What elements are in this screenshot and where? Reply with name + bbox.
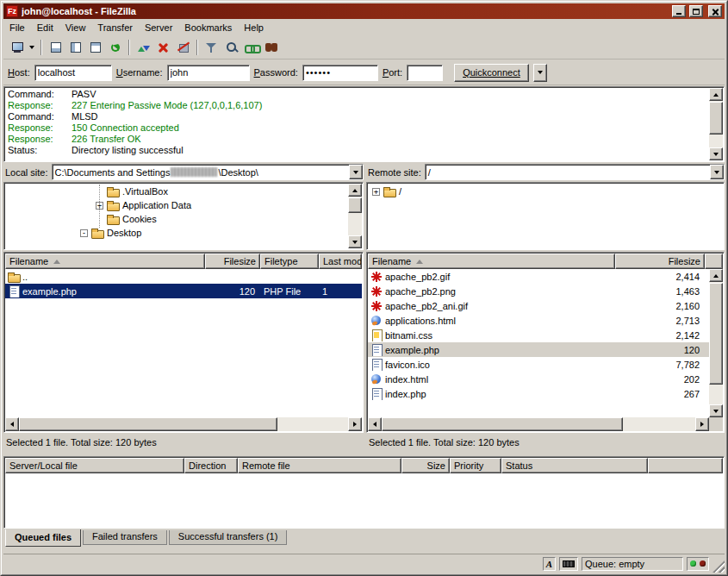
scroll-thumb[interactable]	[709, 283, 723, 385]
column-server-local-file[interactable]: Server/Local file	[5, 458, 184, 473]
tree-item-desktop[interactable]: - Desktop	[4, 226, 363, 240]
file-row[interactable]: example.php 120 PHP File 1	[5, 284, 362, 298]
scroll-left-button[interactable]	[5, 417, 19, 431]
file-row[interactable]: favicon.ico 7,782	[368, 357, 709, 372]
tab-queued-files[interactable]: Queued files	[5, 529, 81, 547]
scroll-left-button[interactable]	[368, 417, 382, 431]
toggle-message-log-button[interactable]	[46, 38, 65, 57]
file-row[interactable]: apache_pb2_ani.gif 2,160	[368, 298, 709, 313]
css-file-icon	[370, 329, 383, 341]
scroll-up-button[interactable]	[709, 269, 723, 282]
find-files-icon	[264, 41, 278, 54]
local-site-combobox[interactable]: C:\Documents and Settings\Desktop\	[52, 164, 364, 180]
quickconnect-button[interactable]: Quickconnect	[454, 64, 529, 82]
activity-led-red	[700, 560, 706, 567]
scroll-thumb[interactable]	[19, 417, 277, 431]
port-input[interactable]	[407, 65, 443, 81]
process-queue-icon	[137, 41, 151, 54]
chevron-down-icon	[538, 71, 543, 74]
quickconnect-dropdown[interactable]	[533, 64, 547, 82]
process-queue-button[interactable]	[134, 38, 153, 57]
column-filesize[interactable]: Filesize	[205, 254, 260, 269]
local-list-body: .. example.php 120 PHP File 1	[5, 269, 362, 417]
password-input[interactable]	[302, 65, 378, 81]
column-direction[interactable]: Direction	[184, 458, 238, 473]
local-directory-tree: .VirtualBox + Application Data Cookies -…	[3, 182, 364, 250]
maximize-button[interactable]	[689, 5, 703, 17]
message-log-lines: Command:PASV Response:227 Entering Passi…	[5, 89, 708, 156]
column-status[interactable]: Status	[501, 458, 648, 473]
scroll-thumb[interactable]	[382, 417, 623, 431]
synchronized-browsing-button[interactable]	[241, 38, 261, 57]
tree-item-cookies[interactable]: Cookies	[4, 212, 363, 226]
column-remote-file[interactable]: Remote file	[238, 458, 401, 473]
scroll-down-button[interactable]	[709, 147, 723, 160]
title-bar[interactable]: Fz john@localhost - FileZilla	[3, 3, 725, 19]
file-row[interactable]: index.html 202	[368, 372, 709, 386]
tab-successful-transfers[interactable]: Successful transfers (1)	[169, 530, 288, 545]
site-manager-button[interactable]	[7, 38, 27, 57]
menu-view[interactable]: View	[59, 21, 92, 34]
log-scrollbar[interactable]	[709, 88, 723, 160]
disconnect-button[interactable]	[173, 38, 193, 57]
remote-list-hscrollbar[interactable]	[368, 417, 709, 431]
find-files-button[interactable]	[261, 38, 281, 57]
toggle-transfer-queue-button[interactable]	[85, 38, 105, 57]
host-input[interactable]	[34, 65, 112, 81]
cancel-operation-button[interactable]	[153, 38, 173, 57]
file-row[interactable]: index.php 267	[368, 386, 709, 401]
refresh-button[interactable]	[105, 38, 125, 57]
close-button[interactable]	[708, 5, 722, 17]
local-site-dropdown[interactable]	[349, 165, 363, 179]
host-label: Host:	[8, 67, 30, 78]
scroll-up-button[interactable]	[709, 88, 723, 101]
minimize-button[interactable]	[672, 5, 686, 17]
scroll-up-button[interactable]	[348, 184, 362, 197]
toggle-directory-trees-button[interactable]	[65, 38, 85, 57]
menu-help[interactable]: Help	[238, 21, 270, 34]
remote-site-dropdown[interactable]	[710, 165, 724, 179]
menu-edit[interactable]: Edit	[31, 21, 59, 34]
scroll-down-button[interactable]	[348, 235, 362, 248]
tree-item-root[interactable]: + /	[367, 185, 724, 198]
file-row[interactable]: bitnami.css 2,142	[368, 328, 709, 342]
expand-icon[interactable]: +	[372, 188, 380, 196]
file-row[interactable]: apache_pb2.gif 2,414	[368, 269, 709, 284]
column-size[interactable]: Size	[401, 458, 450, 473]
file-row[interactable]: applications.html 2,713	[368, 313, 709, 328]
column-filesize[interactable]: Filesize	[615, 254, 705, 269]
chevron-down-icon	[714, 171, 719, 174]
scroll-right-button[interactable]	[348, 417, 362, 431]
local-tree-scrollbar[interactable]	[348, 184, 362, 248]
tree-item-application-data[interactable]: + Application Data	[4, 198, 363, 212]
collapse-icon[interactable]: -	[80, 229, 88, 237]
column-filetype[interactable]: Filetype	[260, 254, 319, 269]
file-row[interactable]: apache_pb2.png 1,463	[368, 284, 709, 298]
username-input[interactable]	[167, 65, 250, 81]
scroll-thumb[interactable]	[348, 197, 362, 213]
menu-bookmarks[interactable]: Bookmarks	[178, 21, 238, 34]
local-list-hscrollbar[interactable]	[5, 417, 362, 431]
file-row[interactable]: example.php 120	[368, 342, 709, 357]
menu-server[interactable]: Server	[139, 21, 178, 34]
ico-file-icon	[370, 359, 383, 371]
menu-transfer[interactable]: Transfer	[91, 21, 139, 34]
column-filename[interactable]: Filename	[5, 254, 205, 269]
tab-failed-transfers[interactable]: Failed transfers	[83, 530, 167, 545]
file-row[interactable]: ..	[5, 269, 362, 284]
remote-list-vscrollbar[interactable]	[709, 269, 723, 417]
scroll-thumb[interactable]	[709, 102, 723, 135]
menu-file[interactable]: File	[3, 21, 31, 34]
remote-site-combobox[interactable]: /	[425, 164, 725, 180]
arrow-up-icon	[713, 93, 719, 97]
php-file-icon	[370, 344, 383, 356]
column-last-modified[interactable]: Last modified	[319, 254, 362, 269]
directory-listing-filters-button[interactable]	[202, 38, 221, 57]
directory-comparison-button[interactable]	[221, 38, 241, 57]
scroll-right-button[interactable]	[695, 417, 709, 431]
column-priority[interactable]: Priority	[450, 458, 501, 473]
site-manager-dropdown[interactable]	[27, 38, 37, 57]
column-filename[interactable]: Filename	[368, 254, 615, 269]
tree-item-virtualbox[interactable]: .VirtualBox	[4, 185, 363, 198]
scroll-down-button[interactable]	[709, 404, 723, 417]
